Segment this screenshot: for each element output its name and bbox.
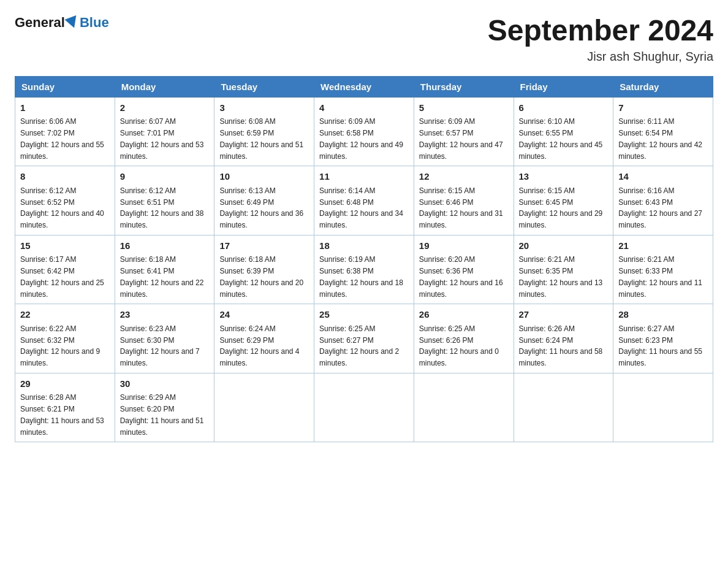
day-number: 10 <box>219 170 309 184</box>
calendar-day-cell: 9 Sunrise: 6:12 AMSunset: 6:51 PMDayligh… <box>115 166 214 236</box>
day-number: 4 <box>319 101 409 115</box>
calendar-day-cell <box>613 373 713 442</box>
day-of-week-header: Friday <box>514 76 613 97</box>
calendar-day-cell <box>514 373 613 442</box>
day-number: 22 <box>20 308 110 322</box>
day-number: 8 <box>20 170 110 184</box>
day-info: Sunrise: 6:25 AMSunset: 6:27 PMDaylight:… <box>319 324 399 367</box>
day-info: Sunrise: 6:26 AMSunset: 6:24 PMDaylight:… <box>519 324 603 367</box>
day-info: Sunrise: 6:14 AMSunset: 6:48 PMDaylight:… <box>319 186 403 229</box>
calendar-day-cell: 12 Sunrise: 6:15 AMSunset: 6:46 PMDaylig… <box>414 166 514 236</box>
day-info: Sunrise: 6:16 AMSunset: 6:43 PMDaylight:… <box>618 186 702 229</box>
calendar-day-cell: 6 Sunrise: 6:10 AMSunset: 6:55 PMDayligh… <box>514 97 613 166</box>
title-block: September 2024 Jisr ash Shughur, Syria <box>488 15 713 64</box>
day-info: Sunrise: 6:13 AMSunset: 6:49 PMDaylight:… <box>219 186 303 229</box>
day-number: 23 <box>120 308 210 322</box>
day-info: Sunrise: 6:12 AMSunset: 6:51 PMDaylight:… <box>120 186 204 229</box>
day-info: Sunrise: 6:10 AMSunset: 6:55 PMDaylight:… <box>519 117 603 160</box>
month-title: September 2024 <box>488 15 713 47</box>
calendar-day-cell: 16 Sunrise: 6:18 AMSunset: 6:41 PMDaylig… <box>115 235 214 304</box>
day-info: Sunrise: 6:20 AMSunset: 6:36 PMDaylight:… <box>419 255 503 298</box>
calendar-day-cell: 22 Sunrise: 6:22 AMSunset: 6:32 PMDaylig… <box>15 304 115 373</box>
day-info: Sunrise: 6:21 AMSunset: 6:35 PMDaylight:… <box>519 255 603 298</box>
calendar-day-cell: 11 Sunrise: 6:14 AMSunset: 6:48 PMDaylig… <box>314 166 414 236</box>
day-info: Sunrise: 6:15 AMSunset: 6:45 PMDaylight:… <box>519 186 603 229</box>
day-number: 26 <box>419 308 509 322</box>
calendar-day-cell <box>214 373 314 442</box>
calendar-day-cell: 10 Sunrise: 6:13 AMSunset: 6:49 PMDaylig… <box>214 166 314 236</box>
day-of-week-header: Saturday <box>613 76 713 97</box>
day-number: 15 <box>20 239 110 253</box>
calendar-day-cell: 17 Sunrise: 6:18 AMSunset: 6:39 PMDaylig… <box>214 235 314 304</box>
calendar-day-cell: 21 Sunrise: 6:21 AMSunset: 6:33 PMDaylig… <box>613 235 713 304</box>
day-number: 3 <box>219 101 309 115</box>
calendar-day-cell: 25 Sunrise: 6:25 AMSunset: 6:27 PMDaylig… <box>314 304 414 373</box>
day-number: 11 <box>319 170 409 184</box>
calendar-day-cell: 18 Sunrise: 6:19 AMSunset: 6:38 PMDaylig… <box>314 235 414 304</box>
day-info: Sunrise: 6:15 AMSunset: 6:46 PMDaylight:… <box>419 186 503 229</box>
day-number: 17 <box>219 239 309 253</box>
day-info: Sunrise: 6:27 AMSunset: 6:23 PMDaylight:… <box>618 324 702 367</box>
day-info: Sunrise: 6:24 AMSunset: 6:29 PMDaylight:… <box>219 324 299 367</box>
logo: General Blue <box>15 15 109 31</box>
calendar-day-cell: 13 Sunrise: 6:15 AMSunset: 6:45 PMDaylig… <box>514 166 613 236</box>
day-number: 28 <box>618 308 708 322</box>
calendar-day-cell: 4 Sunrise: 6:09 AMSunset: 6:58 PMDayligh… <box>314 97 414 166</box>
day-of-week-header: Wednesday <box>314 76 414 97</box>
day-info: Sunrise: 6:09 AMSunset: 6:57 PMDaylight:… <box>419 117 503 160</box>
calendar-week-row: 1 Sunrise: 6:06 AMSunset: 7:02 PMDayligh… <box>15 97 713 166</box>
day-number: 20 <box>519 239 609 253</box>
day-info: Sunrise: 6:28 AMSunset: 6:21 PMDaylight:… <box>20 393 104 436</box>
logo-blue-text: Blue <box>80 15 109 31</box>
calendar-day-cell: 23 Sunrise: 6:23 AMSunset: 6:30 PMDaylig… <box>115 304 214 373</box>
calendar-day-cell: 7 Sunrise: 6:11 AMSunset: 6:54 PMDayligh… <box>613 97 713 166</box>
day-number: 9 <box>120 170 210 184</box>
day-of-week-header: Tuesday <box>214 76 314 97</box>
day-number: 16 <box>120 239 210 253</box>
day-info: Sunrise: 6:23 AMSunset: 6:30 PMDaylight:… <box>120 324 200 367</box>
day-of-week-header: Thursday <box>414 76 514 97</box>
day-number: 25 <box>319 308 409 322</box>
calendar-day-cell: 26 Sunrise: 6:25 AMSunset: 6:26 PMDaylig… <box>414 304 514 373</box>
calendar-day-cell: 15 Sunrise: 6:17 AMSunset: 6:42 PMDaylig… <box>15 235 115 304</box>
day-info: Sunrise: 6:08 AMSunset: 6:59 PMDaylight:… <box>219 117 303 160</box>
logo-general-text: General <box>15 15 65 31</box>
day-number: 19 <box>419 239 509 253</box>
day-number: 14 <box>618 170 708 184</box>
calendar-day-cell: 27 Sunrise: 6:26 AMSunset: 6:24 PMDaylig… <box>514 304 613 373</box>
day-info: Sunrise: 6:21 AMSunset: 6:33 PMDaylight:… <box>618 255 702 298</box>
day-number: 24 <box>219 308 309 322</box>
calendar-day-cell: 28 Sunrise: 6:27 AMSunset: 6:23 PMDaylig… <box>613 304 713 373</box>
calendar-week-row: 29 Sunrise: 6:28 AMSunset: 6:21 PMDaylig… <box>15 373 713 442</box>
day-number: 21 <box>618 239 708 253</box>
day-info: Sunrise: 6:09 AMSunset: 6:58 PMDaylight:… <box>319 117 403 160</box>
calendar-week-row: 15 Sunrise: 6:17 AMSunset: 6:42 PMDaylig… <box>15 235 713 304</box>
day-number: 7 <box>618 101 708 115</box>
calendar-week-row: 22 Sunrise: 6:22 AMSunset: 6:32 PMDaylig… <box>15 304 713 373</box>
calendar-day-cell: 8 Sunrise: 6:12 AMSunset: 6:52 PMDayligh… <box>15 166 115 236</box>
day-number: 2 <box>120 101 210 115</box>
day-number: 30 <box>120 377 210 391</box>
day-number: 29 <box>20 377 110 391</box>
day-info: Sunrise: 6:12 AMSunset: 6:52 PMDaylight:… <box>20 186 104 229</box>
day-number: 27 <box>519 308 609 322</box>
calendar-day-cell: 5 Sunrise: 6:09 AMSunset: 6:57 PMDayligh… <box>414 97 514 166</box>
day-info: Sunrise: 6:17 AMSunset: 6:42 PMDaylight:… <box>20 255 104 298</box>
day-number: 5 <box>419 101 509 115</box>
calendar-day-cell: 24 Sunrise: 6:24 AMSunset: 6:29 PMDaylig… <box>214 304 314 373</box>
day-number: 6 <box>519 101 609 115</box>
day-info: Sunrise: 6:22 AMSunset: 6:32 PMDaylight:… <box>20 324 100 367</box>
day-info: Sunrise: 6:18 AMSunset: 6:39 PMDaylight:… <box>219 255 303 298</box>
logo-triangle-icon <box>64 15 80 30</box>
day-info: Sunrise: 6:18 AMSunset: 6:41 PMDaylight:… <box>120 255 204 298</box>
day-info: Sunrise: 6:29 AMSunset: 6:20 PMDaylight:… <box>120 393 204 436</box>
day-of-week-header: Monday <box>115 76 214 97</box>
day-info: Sunrise: 6:25 AMSunset: 6:26 PMDaylight:… <box>419 324 499 367</box>
calendar-day-cell: 29 Sunrise: 6:28 AMSunset: 6:21 PMDaylig… <box>15 373 115 442</box>
day-number: 1 <box>20 101 110 115</box>
calendar-day-cell <box>314 373 414 442</box>
day-info: Sunrise: 6:19 AMSunset: 6:38 PMDaylight:… <box>319 255 403 298</box>
day-of-week-header: Sunday <box>15 76 115 97</box>
calendar-day-cell: 14 Sunrise: 6:16 AMSunset: 6:43 PMDaylig… <box>613 166 713 236</box>
calendar-day-cell: 30 Sunrise: 6:29 AMSunset: 6:20 PMDaylig… <box>115 373 214 442</box>
